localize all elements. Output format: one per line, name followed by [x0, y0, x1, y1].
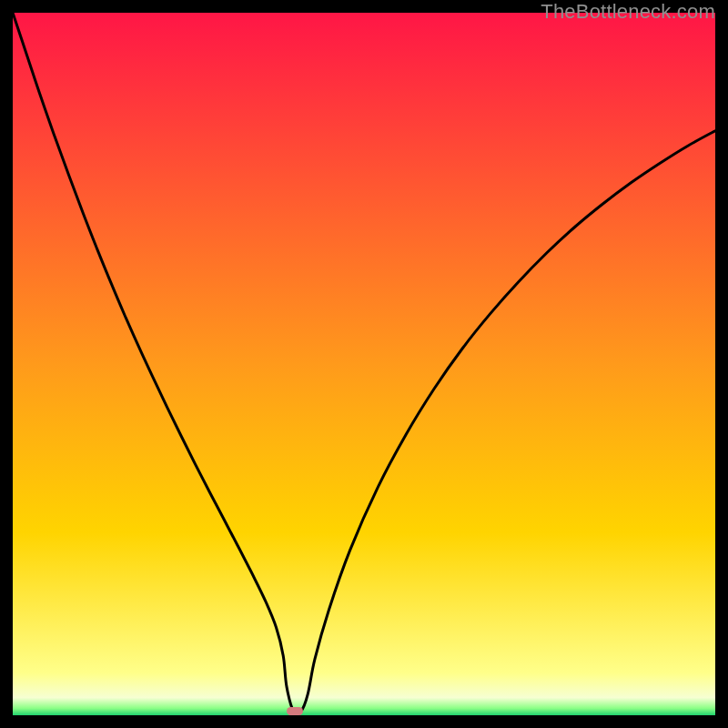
watermark-text: TheBottleneck.com — [541, 0, 715, 24]
gradient-background — [13, 13, 715, 715]
chart-frame — [13, 13, 715, 715]
bottleneck-chart — [13, 13, 715, 715]
optimal-marker — [287, 707, 303, 715]
